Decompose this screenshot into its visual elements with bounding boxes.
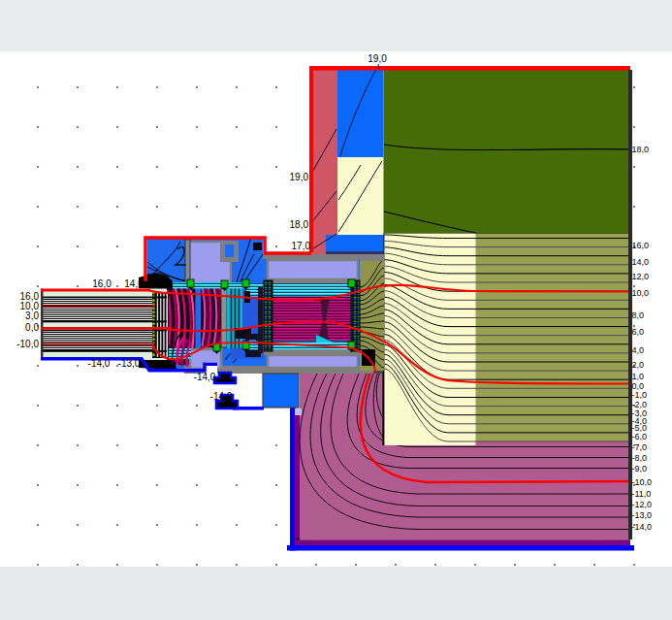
- svg-text:-14,0: -14,0: [210, 391, 233, 402]
- svg-text:-14,0: -14,0: [88, 358, 111, 369]
- svg-text:16,0: 16,0: [92, 278, 112, 289]
- svg-text:-13,0: -13,0: [118, 358, 141, 369]
- svg-text:1,0: 1,0: [632, 372, 645, 381]
- svg-text:18,0: 18,0: [632, 145, 650, 154]
- svg-text:-11,0: -11,0: [632, 489, 652, 499]
- svg-text:12,0: 12,0: [632, 272, 650, 281]
- svg-text:-10,0: -10,0: [16, 339, 39, 349]
- svg-text:-12,0: -12,0: [632, 500, 653, 509]
- svg-text:6,0: 6,0: [632, 327, 645, 337]
- svg-text:-1,0: -1,0: [632, 390, 648, 400]
- svg-text:0,0: 0,0: [632, 381, 645, 391]
- svg-text:-13,0: -13,0: [632, 510, 653, 520]
- svg-text:-8,0: -8,0: [632, 453, 648, 463]
- svg-text:19,0: 19,0: [368, 53, 387, 64]
- svg-text:10,0: 10,0: [632, 288, 650, 298]
- svg-text:19,0: 19,0: [290, 172, 309, 182]
- svg-text:18,0: 18,0: [290, 219, 309, 230]
- svg-text:16,0: 16,0: [632, 241, 650, 250]
- svg-text:0,0: 0,0: [25, 322, 39, 333]
- svg-text:2,0: 2,0: [632, 360, 645, 370]
- svg-text:-7,0: -7,0: [632, 442, 648, 452]
- svg-text:3,0: 3,0: [25, 310, 39, 321]
- svg-text:-14,0: -14,0: [194, 372, 216, 382]
- svg-text:-6,0: -6,0: [632, 432, 648, 441]
- svg-text:-10,0: -10,0: [632, 477, 653, 487]
- svg-text:-9,0: -9,0: [632, 464, 648, 473]
- svg-text:-14,0: -14,0: [632, 522, 653, 532]
- svg-text:4,0: 4,0: [632, 345, 645, 355]
- svg-text:17,0: 17,0: [292, 241, 311, 251]
- svg-text:8,0: 8,0: [632, 310, 645, 320]
- svg-text:14,0: 14,0: [124, 278, 144, 289]
- svg-text:14,0: 14,0: [632, 257, 650, 267]
